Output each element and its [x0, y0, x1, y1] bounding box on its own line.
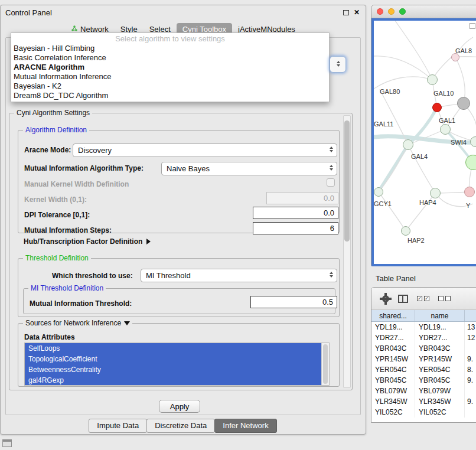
- network-window-titlebar[interactable]: [371, 5, 476, 18]
- list-item[interactable]: SelfLoops: [25, 343, 322, 354]
- popup-item-selected[interactable]: ARACNE Algorithm: [11, 63, 329, 72]
- cell[interactable]: YDR27...: [415, 332, 465, 343]
- apply-button[interactable]: Apply: [159, 400, 200, 413]
- table-row[interactable]: YBR043CYBR043C: [371, 343, 476, 354]
- minimize-window-icon[interactable]: [388, 8, 395, 15]
- add-column-icon[interactable]: [398, 295, 408, 303]
- cell[interactable]: [465, 343, 476, 354]
- network-node[interactable]: [427, 74, 438, 85]
- cell[interactable]: YBR043C: [371, 343, 415, 354]
- popup-item[interactable]: Mutual Information Inference: [11, 72, 329, 81]
- cell[interactable]: YER054C: [415, 364, 465, 375]
- table-row[interactable]: YBL079WYBL079W: [371, 386, 476, 396]
- algorithm-combo-button[interactable]: [330, 56, 346, 73]
- which-threshold-combo[interactable]: MI Threshold: [141, 269, 337, 282]
- cell[interactable]: YDR27...: [371, 332, 415, 343]
- table-row[interactable]: YDR27...YDR27...12: [371, 332, 476, 343]
- table-row[interactable]: YLR345WYLR345W9.: [371, 396, 476, 407]
- network-node-gal1[interactable]: [440, 124, 451, 135]
- cell[interactable]: [465, 386, 476, 396]
- cell[interactable]: YBR045C: [371, 375, 415, 386]
- cell[interactable]: YDL19...: [415, 322, 465, 332]
- network-canvas[interactable]: GAL8 GAL80 GAL10 GAL11 GAL1 SWI4 GAL4 GC…: [371, 18, 476, 266]
- column-header-name[interactable]: name: [415, 310, 465, 321]
- overview-toggle[interactable]: [470, 23, 475, 29]
- cell[interactable]: 9.: [465, 396, 476, 407]
- column-header-shared-name[interactable]: shared...: [371, 310, 415, 321]
- network-node-gal10[interactable]: [432, 103, 442, 112]
- list-item[interactable]: BetweennessCentrality: [25, 364, 322, 375]
- cell[interactable]: YBL079W: [371, 386, 415, 396]
- tab-impute-data[interactable]: Impute Data: [89, 419, 147, 433]
- network-node[interactable]: [451, 53, 459, 61]
- sources-group-title[interactable]: Sources for Network Inference: [23, 319, 132, 327]
- network-node[interactable]: [464, 187, 475, 197]
- column-header[interactable]: [465, 310, 476, 321]
- cyni-algorithm-settings-group: Cyni Algorithm Settings Algorithm Defini…: [9, 113, 353, 390]
- float-panel-icon[interactable]: [343, 10, 349, 15]
- network-node-hap2[interactable]: [401, 226, 410, 236]
- gear-icon[interactable]: [382, 295, 389, 302]
- cell[interactable]: [465, 407, 476, 418]
- cell[interactable]: 9.: [465, 354, 476, 364]
- cell[interactable]: YLR345W: [371, 396, 415, 407]
- kernel-width-field[interactable]: 0.0: [266, 192, 338, 204]
- table-row[interactable]: YER054CYER054C8.: [371, 364, 476, 375]
- manual-kernel-checkbox[interactable]: [327, 178, 335, 187]
- cell[interactable]: YBR043C: [415, 343, 465, 354]
- list-scrollbar[interactable]: [321, 343, 329, 385]
- cell[interactable]: YIL052C: [371, 407, 415, 418]
- popup-item[interactable]: Dream8 DC_TDC Algorithm: [11, 91, 329, 100]
- select-all-icon[interactable]: [417, 296, 429, 301]
- tab-discretize-data[interactable]: Discretize Data: [146, 419, 215, 433]
- dpi-tolerance-label: DPI Tolerance [0,1]:: [24, 211, 90, 219]
- table-row[interactable]: YPR145WYPR145W9.: [371, 354, 476, 364]
- zoom-window-icon[interactable]: [399, 8, 406, 15]
- cell[interactable]: YBL079W: [415, 386, 465, 396]
- popup-item[interactable]: Basic Correlation Inference: [11, 53, 329, 63]
- cell[interactable]: YBR045C: [415, 375, 465, 386]
- settings-scrollbar[interactable]: [343, 115, 351, 388]
- cell[interactable]: 8.: [465, 364, 476, 375]
- popup-item[interactable]: Bayesian - Hill Climbing: [11, 44, 329, 53]
- close-panel-icon[interactable]: [354, 9, 361, 16]
- combo-arrows-icon: [330, 272, 333, 278]
- popup-item[interactable]: Bayesian - K2: [11, 81, 329, 91]
- list-item[interactable]: TopologicalCoefficient: [25, 354, 322, 364]
- mi-algorithm-type-combo[interactable]: Naive Bayes: [161, 162, 337, 175]
- hub-transcription-factor-section[interactable]: Hub/Transcription Factor Definition: [24, 237, 151, 246]
- network-node-gcy1[interactable]: [374, 187, 383, 197]
- table-row[interactable]: YIL052CYIL052C: [371, 407, 476, 418]
- cell[interactable]: YPR145W: [415, 354, 465, 364]
- cell[interactable]: 9.: [465, 375, 476, 386]
- cell[interactable]: 13: [465, 322, 476, 332]
- cell[interactable]: YDL19...: [371, 322, 415, 332]
- aracne-mode-combo[interactable]: Discovery: [73, 144, 337, 157]
- mi-threshold-field[interactable]: 0.5: [250, 296, 337, 308]
- close-window-icon[interactable]: [377, 8, 383, 15]
- network-node[interactable]: [457, 97, 470, 110]
- mi-threshold-value: 0.5: [322, 298, 333, 306]
- network-node-gal4[interactable]: [403, 139, 413, 150]
- mi-threshold-label: Mutual Information Threshold:: [30, 299, 132, 308]
- data-attributes-list[interactable]: SelfLoops TopologicalCoefficient Between…: [24, 343, 330, 386]
- table-row[interactable]: YDL19...YDL19...13: [371, 322, 476, 332]
- threshold-definition-title: Threshold Definition: [23, 254, 91, 262]
- deselect-all-icon[interactable]: [438, 296, 451, 301]
- table-row[interactable]: YBR045CYBR045C9.: [371, 375, 476, 386]
- cell[interactable]: 12: [465, 332, 476, 343]
- scrollbar-thumb[interactable]: [344, 120, 350, 242]
- cell[interactable]: YLR345W: [415, 396, 465, 407]
- cell[interactable]: YIL052C: [415, 407, 465, 418]
- cell[interactable]: YPR145W: [371, 354, 415, 364]
- network-node-hap4[interactable]: [430, 188, 441, 198]
- cell[interactable]: YER054C: [371, 364, 415, 375]
- node-label: GAL1: [439, 117, 455, 124]
- restore-panel-icon[interactable]: [2, 439, 12, 447]
- scrollbar-thumb[interactable]: [323, 344, 328, 384]
- combo-arrows-icon: [330, 165, 333, 171]
- mi-steps-field[interactable]: 6: [253, 222, 338, 234]
- list-item[interactable]: gal4RGexp: [25, 375, 322, 386]
- tab-infer-network[interactable]: Infer Network: [214, 419, 276, 433]
- dpi-tolerance-field[interactable]: 0.0: [253, 207, 338, 219]
